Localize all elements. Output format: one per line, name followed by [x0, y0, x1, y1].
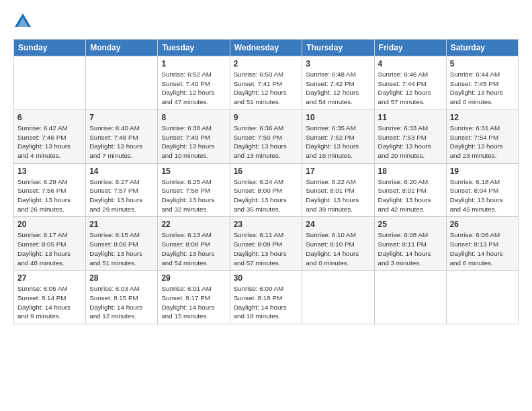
day-info: Sunrise: 6:52 AM Sunset: 7:40 PM Dayligh…	[161, 70, 226, 107]
day-number: 9	[234, 113, 299, 122]
day-number: 10	[306, 113, 370, 122]
day-info: Sunrise: 6:50 AM Sunset: 7:41 PM Dayligh…	[234, 70, 299, 107]
calendar-day-cell: 11Sunrise: 6:33 AM Sunset: 7:53 PM Dayli…	[374, 109, 446, 163]
day-number: 3	[306, 59, 370, 68]
calendar-week-row: 1Sunrise: 6:52 AM Sunset: 7:40 PM Daylig…	[14, 56, 519, 110]
day-info: Sunrise: 6:01 AM Sunset: 8:17 PM Dayligh…	[161, 284, 226, 321]
day-number: 4	[378, 59, 443, 68]
calendar-day-cell: 3Sunrise: 6:48 AM Sunset: 7:42 PM Daylig…	[302, 56, 374, 110]
calendar-day-cell: 17Sunrise: 6:22 AM Sunset: 8:01 PM Dayli…	[302, 163, 374, 217]
day-info: Sunrise: 6:31 AM Sunset: 7:54 PM Dayligh…	[450, 124, 515, 161]
day-info: Sunrise: 6:44 AM Sunset: 7:45 PM Dayligh…	[450, 70, 515, 107]
calendar-table: SundayMondayTuesdayWednesdayThursdayFrid…	[13, 39, 519, 324]
weekday-header: Monday	[86, 40, 158, 56]
day-number: 1	[161, 59, 226, 68]
calendar-day-cell: 23Sunrise: 6:11 AM Sunset: 8:09 PM Dayli…	[230, 217, 302, 271]
calendar-day-cell: 13Sunrise: 6:29 AM Sunset: 7:56 PM Dayli…	[14, 163, 86, 217]
day-info: Sunrise: 6:40 AM Sunset: 7:48 PM Dayligh…	[89, 124, 154, 161]
day-info: Sunrise: 6:24 AM Sunset: 8:00 PM Dayligh…	[234, 177, 299, 214]
calendar-day-cell: 24Sunrise: 6:10 AM Sunset: 8:10 PM Dayli…	[302, 217, 374, 271]
calendar-day-cell: 8Sunrise: 6:38 AM Sunset: 7:49 PM Daylig…	[158, 109, 230, 163]
day-info: Sunrise: 6:13 AM Sunset: 8:08 PM Dayligh…	[161, 230, 226, 267]
day-number: 26	[450, 220, 515, 229]
calendar-day-cell: 18Sunrise: 6:20 AM Sunset: 8:02 PM Dayli…	[374, 163, 446, 217]
day-number: 16	[234, 167, 299, 176]
day-number: 21	[89, 220, 154, 229]
day-number: 27	[17, 273, 82, 283]
day-number: 29	[161, 273, 226, 283]
day-number: 15	[161, 167, 226, 176]
calendar-day-cell	[446, 271, 518, 324]
day-info: Sunrise: 6:06 AM Sunset: 8:13 PM Dayligh…	[450, 230, 515, 267]
day-info: Sunrise: 6:10 AM Sunset: 8:10 PM Dayligh…	[306, 230, 370, 267]
day-number: 8	[161, 113, 226, 122]
calendar-day-cell: 29Sunrise: 6:01 AM Sunset: 8:17 PM Dayli…	[158, 271, 230, 324]
calendar-day-cell: 2Sunrise: 6:50 AM Sunset: 7:41 PM Daylig…	[230, 56, 302, 110]
calendar-day-cell: 21Sunrise: 6:15 AM Sunset: 8:06 PM Dayli…	[86, 217, 158, 271]
page: SundayMondayTuesdayWednesdayThursdayFrid…	[0, 0, 532, 331]
day-number: 12	[450, 113, 515, 122]
day-info: Sunrise: 6:27 AM Sunset: 7:57 PM Dayligh…	[89, 177, 154, 214]
calendar-day-cell: 26Sunrise: 6:06 AM Sunset: 8:13 PM Dayli…	[446, 217, 518, 271]
weekday-header: Sunday	[14, 40, 86, 56]
day-number: 25	[378, 220, 443, 229]
day-info: Sunrise: 6:20 AM Sunset: 8:02 PM Dayligh…	[378, 177, 443, 214]
day-info: Sunrise: 6:15 AM Sunset: 8:06 PM Dayligh…	[89, 230, 154, 267]
calendar-week-row: 20Sunrise: 6:17 AM Sunset: 8:05 PM Dayli…	[14, 217, 519, 271]
calendar-day-cell: 12Sunrise: 6:31 AM Sunset: 7:54 PM Dayli…	[446, 109, 518, 163]
calendar-day-cell: 25Sunrise: 6:08 AM Sunset: 8:11 PM Dayli…	[374, 217, 446, 271]
calendar-day-cell: 28Sunrise: 6:03 AM Sunset: 8:15 PM Dayli…	[86, 271, 158, 324]
weekday-header: Saturday	[446, 40, 518, 56]
calendar-day-cell: 7Sunrise: 6:40 AM Sunset: 7:48 PM Daylig…	[86, 109, 158, 163]
day-info: Sunrise: 6:38 AM Sunset: 7:49 PM Dayligh…	[161, 124, 226, 161]
logo	[13, 12, 35, 31]
day-info: Sunrise: 6:08 AM Sunset: 8:11 PM Dayligh…	[378, 230, 443, 267]
day-info: Sunrise: 6:22 AM Sunset: 8:01 PM Dayligh…	[306, 177, 370, 214]
weekday-header: Friday	[374, 40, 446, 56]
header	[13, 12, 519, 31]
calendar-day-cell: 9Sunrise: 6:36 AM Sunset: 7:50 PM Daylig…	[230, 109, 302, 163]
calendar-day-cell: 10Sunrise: 6:35 AM Sunset: 7:52 PM Dayli…	[302, 109, 374, 163]
calendar-day-cell	[374, 271, 446, 324]
day-info: Sunrise: 6:42 AM Sunset: 7:46 PM Dayligh…	[17, 124, 82, 161]
day-info: Sunrise: 6:18 AM Sunset: 8:04 PM Dayligh…	[450, 177, 515, 214]
calendar-day-cell: 22Sunrise: 6:13 AM Sunset: 8:08 PM Dayli…	[158, 217, 230, 271]
calendar-day-cell: 6Sunrise: 6:42 AM Sunset: 7:46 PM Daylig…	[14, 109, 86, 163]
day-number: 6	[17, 113, 82, 122]
day-info: Sunrise: 6:48 AM Sunset: 7:42 PM Dayligh…	[306, 70, 370, 107]
day-number: 22	[161, 220, 226, 229]
day-info: Sunrise: 6:29 AM Sunset: 7:56 PM Dayligh…	[17, 177, 82, 214]
weekday-header: Thursday	[302, 40, 374, 56]
calendar-day-cell: 4Sunrise: 6:46 AM Sunset: 7:44 PM Daylig…	[374, 56, 446, 110]
day-number: 23	[234, 220, 299, 229]
day-number: 30	[234, 273, 299, 283]
day-number: 7	[89, 113, 154, 122]
day-number: 24	[306, 220, 370, 229]
weekday-header: Tuesday	[158, 40, 230, 56]
day-number: 17	[306, 167, 370, 176]
day-number: 19	[450, 167, 515, 176]
calendar-day-cell	[86, 56, 158, 110]
day-info: Sunrise: 6:33 AM Sunset: 7:53 PM Dayligh…	[378, 124, 443, 161]
calendar-day-cell: 19Sunrise: 6:18 AM Sunset: 8:04 PM Dayli…	[446, 163, 518, 217]
calendar-day-cell: 1Sunrise: 6:52 AM Sunset: 7:40 PM Daylig…	[158, 56, 230, 110]
day-info: Sunrise: 6:03 AM Sunset: 8:15 PM Dayligh…	[89, 284, 154, 321]
calendar-day-cell: 27Sunrise: 6:05 AM Sunset: 8:14 PM Dayli…	[14, 271, 86, 324]
day-info: Sunrise: 6:36 AM Sunset: 7:50 PM Dayligh…	[234, 124, 299, 161]
calendar-day-cell: 15Sunrise: 6:25 AM Sunset: 7:58 PM Dayli…	[158, 163, 230, 217]
day-number: 14	[89, 167, 154, 176]
calendar-week-row: 13Sunrise: 6:29 AM Sunset: 7:56 PM Dayli…	[14, 163, 519, 217]
calendar-day-cell: 14Sunrise: 6:27 AM Sunset: 7:57 PM Dayli…	[86, 163, 158, 217]
day-number: 28	[89, 273, 154, 283]
calendar-week-row: 27Sunrise: 6:05 AM Sunset: 8:14 PM Dayli…	[14, 271, 519, 324]
day-info: Sunrise: 6:05 AM Sunset: 8:14 PM Dayligh…	[17, 284, 82, 321]
day-info: Sunrise: 6:17 AM Sunset: 8:05 PM Dayligh…	[17, 230, 82, 267]
day-number: 18	[378, 167, 443, 176]
day-info: Sunrise: 6:35 AM Sunset: 7:52 PM Dayligh…	[306, 124, 370, 161]
day-info: Sunrise: 6:46 AM Sunset: 7:44 PM Dayligh…	[378, 70, 443, 107]
calendar-week-row: 6Sunrise: 6:42 AM Sunset: 7:46 PM Daylig…	[14, 109, 519, 163]
calendar-day-cell	[302, 271, 374, 324]
calendar-day-cell	[14, 56, 86, 110]
weekday-header: Wednesday	[230, 40, 302, 56]
logo-icon	[13, 12, 32, 31]
